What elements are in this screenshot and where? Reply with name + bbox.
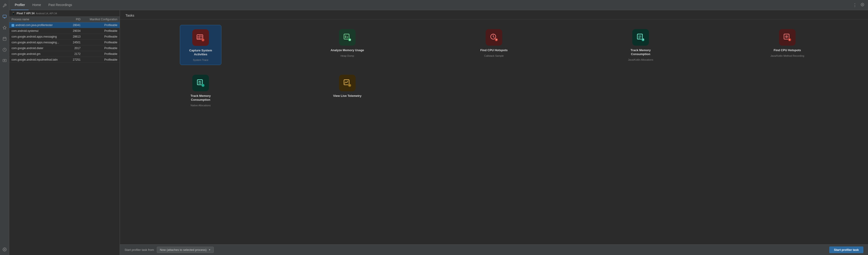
task-name-callstack-sample: Find CPU Hotspots [480,49,507,52]
task-name-native-alloc: Track Memory Consumption [183,94,219,102]
process-table: Process name PID Manifest Configuration … [9,17,120,63]
sidebar-icon-profiler[interactable] [1,13,8,20]
svg-text:▦: ▦ [349,38,351,41]
process-pid-cell: 24501 [69,40,83,45]
sidebar-icon-star[interactable] [1,25,8,31]
task-card-system-trace[interactable]: ≡ Capture System ActivitiesSystem Trace [180,25,221,65]
svg-rect-22 [347,36,348,38]
svg-rect-20 [344,34,349,39]
device-row: 📱 Pixel 7 API 34 Android 14, API 34 [9,10,120,17]
process-pid-cell: 29034 [69,28,83,34]
task-name-system-trace: Capture System Activities [183,49,218,57]
process-name-cell: com.google.android.inputmethod.latin [9,57,69,63]
svg-marker-3 [3,26,6,29]
sidebar-icon-tool[interactable] [1,2,8,9]
table-row[interactable]: com.google.android.apps.messaging... 245… [9,40,120,45]
sidebar-icon-clock[interactable] [1,46,8,53]
task-sub-heap-dump: Heap Dump [341,54,354,57]
process-config-cell: Profileable [83,40,120,45]
svg-point-12 [862,4,863,5]
process-config-cell: Profileable [83,51,120,57]
task-sub-callstack-sample: Callstack Sample [484,54,504,57]
task-icon-system-trace: ≡ [192,29,209,46]
task-name-live-telemetry: View Live Telemetry [333,94,361,98]
task-icon-native-alloc: ↑ [192,75,209,91]
table-row[interactable]: android.com.java.profilertester 28041 Pr… [9,22,120,28]
task-card-live-telemetry[interactable]: ~ View Live Telemetry [330,70,364,110]
svg-point-39 [786,36,787,37]
sidebar-icon-terminal[interactable] [1,58,8,64]
col-process-name: Process name [9,17,69,22]
task-icon-callstack-sample: ⊕ [486,29,502,46]
task-sub-java-kotlin-recording: Java/Kotlin Method Recording [771,54,804,57]
task-sub-java-kotlin-alloc: Java/Kotlin Allocations [628,58,653,61]
svg-rect-31 [638,34,643,39]
phone-icon: 📱 [11,11,15,15]
process-config-cell: Profileable [83,57,120,63]
process-config-cell: Profileable [83,28,120,34]
svg-rect-42 [197,80,203,85]
left-panel: 📱 Pixel 7 API 34 Android 14, API 34 Proc… [9,10,120,255]
svg-rect-0 [3,15,6,18]
svg-rect-4 [3,37,6,40]
task-icon-java-kotlin-recording: ● [779,29,796,46]
svg-rect-21 [345,35,346,38]
task-sub-system-trace: System Trace [193,58,208,62]
process-name-cell: com.google.android.dialer [9,45,69,51]
task-card-callstack-sample[interactable]: ⊕ Find CPU HotspotsCallstack Sample [477,25,510,65]
table-row[interactable]: com.google.android.gm 2172 Profileable [9,51,120,57]
start-profiler-button[interactable]: Start profiler task [829,247,863,253]
tasks-header: Tasks [120,10,868,19]
task-card-java-kotlin-alloc[interactable]: ≣ Track Memory ConsumptionJava/Kotlin Al… [620,25,661,65]
table-row[interactable]: com.google.android.apps.messaging 28613 … [9,34,120,40]
svg-text:~: ~ [349,85,350,87]
process-pid-cell: 27251 [69,57,83,63]
table-row[interactable]: com.google.android.dialer 2017 Profileab… [9,45,120,51]
attach-dropdown-value: Now (attaches to selected process) [160,248,207,252]
tabbar-menu-button[interactable]: ⋮ [851,2,859,8]
task-name-java-kotlin-alloc: Track Memory Consumption [623,49,659,56]
device-name: Pixel 7 API 34 [17,12,35,15]
process-name-cell: com.google.android.gm [9,51,69,57]
svg-rect-16 [200,35,202,36]
svg-text:⊕: ⊕ [496,38,497,41]
process-pid-cell: 28041 [69,22,83,28]
tab-past-recordings[interactable]: Past Recordings [45,0,76,10]
task-card-java-kotlin-recording[interactable]: ● Find CPU HotspotsJava/Kotlin Method Re… [768,25,807,65]
col-manifest: Manifest Configuration [83,17,120,22]
process-name-cell: com.google.android.apps.messaging... [9,40,69,45]
table-row[interactable]: com.android.systemui 29034 Profileable [9,28,120,34]
start-from-label: Start profiler task from [125,248,154,252]
chevron-down-icon: ▼ [209,249,211,251]
svg-text:↑: ↑ [202,85,203,87]
sidebar-icon-calendar[interactable] [1,35,8,42]
process-name-cell: android.com.java.profilertester [9,22,69,28]
right-panel: Tasks ≡ Capture System ActivitiesSystem … [120,10,868,255]
svg-text:≡: ≡ [202,39,204,41]
tab-home[interactable]: Home [29,0,44,10]
task-icon-live-telemetry: ~ [339,75,355,91]
sidebar [0,0,9,255]
attach-dropdown[interactable]: Now (attaches to selected process) ▼ [157,247,214,253]
sidebar-icon-settings[interactable] [1,246,8,253]
task-card-native-alloc[interactable]: ↑ Track Memory ConsumptionNative Allocat… [180,70,221,110]
tab-profiler[interactable]: Profiler [11,0,29,10]
tasks-grid: ≡ Capture System ActivitiesSystem Trace … [120,19,868,245]
process-config-cell: Profileable [83,22,120,28]
svg-text:●: ● [789,38,790,41]
task-card-heap-dump[interactable]: ▦ Analyze Memory UsageHeap Dump [328,25,367,65]
task-sub-native-alloc: Native Allocations [191,104,211,107]
task-icon-heap-dump: ▦ [339,29,355,46]
process-pid-cell: 2172 [69,51,83,57]
table-row[interactable]: com.google.android.inputmethod.latin 272… [9,57,120,63]
process-name-cell: com.android.systemui [9,28,69,34]
task-name-java-kotlin-recording: Find CPU Hotspots [774,49,801,52]
svg-text:≣: ≣ [642,38,644,41]
task-icon-java-kotlin-alloc: ≣ [632,29,649,46]
process-pid-cell: 28613 [69,34,83,40]
bottom-bar: Start profiler task from Now (attaches t… [120,245,868,255]
task-name-heap-dump: Analyze Memory Usage [331,49,364,52]
tabbar-settings-button[interactable] [859,2,866,8]
tabbar: Profiler Home Past Recordings ⋮ [9,0,868,10]
process-name-cell: com.google.android.apps.messaging [9,34,69,40]
